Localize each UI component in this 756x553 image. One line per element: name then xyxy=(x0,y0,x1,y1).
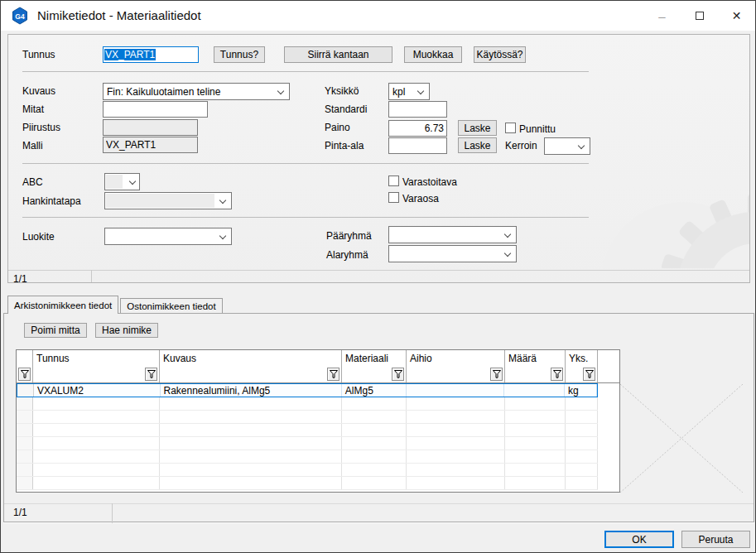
laske-paino-button[interactable]: Laske xyxy=(458,120,497,136)
muokkaa-button[interactable]: Muokkaa xyxy=(404,46,462,63)
abc-label: ABC xyxy=(22,176,43,188)
tunnus-question-button[interactable]: Tunnus? xyxy=(214,46,265,63)
malli-input[interactable] xyxy=(103,137,198,153)
status-separator xyxy=(8,270,749,271)
empty-cell xyxy=(407,397,505,410)
yksikko-label: Yksikkö xyxy=(325,85,359,97)
filter-funnel-icon xyxy=(394,370,402,378)
empty-cell xyxy=(566,477,598,489)
cell-tunnus: VXALUM2 xyxy=(34,384,161,397)
hankintatapa-label: Hankintatapa xyxy=(22,195,81,207)
filter-button[interactable] xyxy=(551,368,563,381)
empty-cell xyxy=(566,437,598,450)
minimize-button[interactable]: – xyxy=(643,1,681,31)
piirustus-input[interactable] xyxy=(103,119,198,136)
column-header-yks[interactable]: Yks. xyxy=(566,350,598,382)
alaryhma-label: Alaryhmä xyxy=(326,249,368,261)
table-row-selected[interactable]: VXALUM2 Rakennealumiini, AlMg5 AlMg5 kg xyxy=(17,383,598,397)
empty-cell xyxy=(566,397,598,410)
g4-app-icon: G4 xyxy=(11,7,29,25)
column-header-maara[interactable]: Määrä xyxy=(505,350,566,382)
cell-aihio xyxy=(407,384,505,397)
abc-combo[interactable] xyxy=(104,173,140,190)
peruuta-button[interactable]: Peruuta xyxy=(681,531,750,548)
table-empty-row[interactable] xyxy=(17,424,598,437)
empty-cell xyxy=(566,411,598,423)
varaosa-checkbox[interactable] xyxy=(388,192,399,203)
empty-cell xyxy=(342,424,407,436)
filter-button[interactable] xyxy=(327,368,339,381)
cell-materiaali: AlMg5 xyxy=(342,384,407,397)
filter-button[interactable] xyxy=(145,368,157,381)
empty-cell xyxy=(505,397,566,410)
empty-cell xyxy=(33,477,160,489)
siirra-kantaan-button[interactable]: Siirrä kantaan xyxy=(284,46,392,63)
filter-funnel-icon xyxy=(21,370,29,378)
empty-cell xyxy=(33,464,160,476)
paaryhma-label: Pääryhmä xyxy=(326,230,372,242)
kaytossa-question-button[interactable]: Käytössä? xyxy=(474,46,526,63)
column-header-aihio[interactable]: Aihio xyxy=(407,350,505,382)
status-divider xyxy=(91,270,92,283)
yksikko-combo[interactable]: kpl xyxy=(388,83,430,100)
column-title: Tunnus xyxy=(36,353,70,364)
column-title: Aihio xyxy=(410,353,432,364)
poimi-mitta-button[interactable]: Poimi mitta xyxy=(24,323,87,338)
empty-cell xyxy=(160,450,342,463)
empty-cell xyxy=(33,411,160,423)
table-empty-row[interactable] xyxy=(17,477,598,490)
hae-nimike-button[interactable]: Hae nimike xyxy=(95,323,158,338)
empty-cell xyxy=(33,397,160,410)
filter-button[interactable] xyxy=(392,368,404,381)
abc-combo-fill xyxy=(106,175,123,189)
paaryhma-combo[interactable] xyxy=(388,226,517,243)
punnittu-checkbox[interactable] xyxy=(505,123,516,133)
varastoitava-label: Varastoitava xyxy=(402,176,457,188)
chevron-down-icon xyxy=(417,88,424,94)
luokite-combo[interactable] xyxy=(104,228,232,245)
table-empty-row[interactable] xyxy=(17,411,598,424)
standardi-label: Standardi xyxy=(325,103,367,115)
laske-pinta-ala-button[interactable]: Laske xyxy=(458,137,497,153)
table-empty-row[interactable] xyxy=(17,397,598,411)
kuvaus-combo[interactable]: Fin: Kaikuluotaimen teline xyxy=(103,83,290,100)
filter-funnel-icon xyxy=(493,370,501,378)
filter-funnel-icon xyxy=(585,370,594,378)
empty-cell xyxy=(505,450,566,463)
column-header-tunnus[interactable]: Tunnus xyxy=(33,350,160,382)
tunnus-input[interactable]: VX_PART1 xyxy=(103,46,199,63)
luokite-label: Luokite xyxy=(22,231,55,243)
separator xyxy=(22,163,589,164)
column-header-kuvaus[interactable]: Kuvaus xyxy=(160,350,342,382)
tab-arkistonimikkeen-tiedot[interactable]: Arkistonimikkeen tiedot xyxy=(7,296,118,314)
varastoitava-checkbox[interactable] xyxy=(388,176,399,186)
gear-watermark xyxy=(575,144,749,268)
hankintatapa-combo[interactable] xyxy=(104,192,232,209)
column-header-materiaali[interactable]: Materiaali xyxy=(342,350,407,382)
chevron-down-icon xyxy=(219,197,226,204)
paino-input[interactable] xyxy=(388,120,447,137)
empty-cell xyxy=(342,450,407,463)
kerroin-combo[interactable] xyxy=(544,137,590,155)
empty-cell xyxy=(342,397,407,410)
table-body: VXALUM2 Rakennealumiini, AlMg5 AlMg5 kg xyxy=(17,383,619,490)
filter-button[interactable] xyxy=(18,368,31,381)
alaryhma-combo[interactable] xyxy=(388,245,517,262)
filter-button[interactable] xyxy=(490,368,503,381)
maximize-button[interactable] xyxy=(681,1,718,31)
hankintatapa-combo-fill xyxy=(106,194,214,208)
kuvaus-label: Kuvaus xyxy=(22,85,55,97)
table-empty-row[interactable] xyxy=(17,450,598,464)
table-empty-row[interactable] xyxy=(17,437,598,450)
ok-button[interactable]: OK xyxy=(604,531,674,548)
empty-cell xyxy=(505,477,566,489)
standardi-input[interactable] xyxy=(388,101,447,118)
table-empty-row[interactable] xyxy=(17,464,598,477)
filter-button[interactable] xyxy=(583,368,595,381)
pinta-ala-input[interactable] xyxy=(388,137,447,154)
tab-ostonimikkeen-tiedot[interactable]: Ostonimikkeen tiedot xyxy=(120,298,222,314)
row-header-cell xyxy=(17,384,34,397)
empty-cell xyxy=(505,464,566,476)
close-button[interactable]: ✕ xyxy=(718,1,755,31)
mitat-input[interactable] xyxy=(103,101,208,118)
